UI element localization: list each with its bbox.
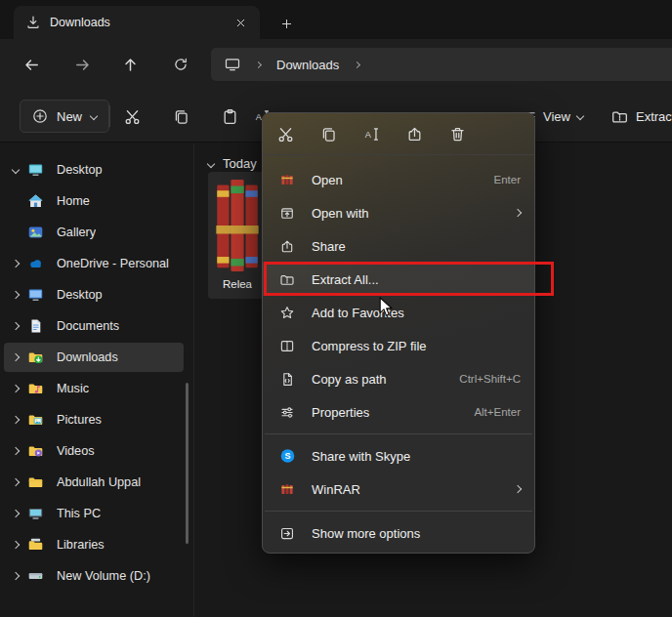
tab-close-icon[interactable] [229, 11, 252, 34]
sidebar-item-gallery[interactable]: Gallery [4, 218, 184, 247]
menu-item-label: Compress to ZIP file [312, 339, 521, 353]
sidebar-item-label: Downloads [57, 350, 118, 364]
chevron-right-icon[interactable] [4, 386, 27, 391]
cut-icon[interactable] [114, 100, 149, 133]
pictures-folder-icon [27, 412, 46, 429]
documents-icon [27, 318, 46, 335]
sidebar-item-new-volume-d[interactable]: New Volume (D:) [4, 561, 184, 591]
rename-icon[interactable]: A [362, 125, 380, 143]
extract-all-toolbar-button[interactable]: Extract all [611, 100, 672, 133]
menu-separator [265, 433, 532, 434]
zip-folder-icon [278, 338, 296, 353]
back-icon[interactable] [14, 48, 49, 81]
gallery-icon [27, 225, 46, 241]
sidebar-item-desktop-pinned[interactable]: Desktop [4, 155, 184, 185]
share-icon [278, 238, 296, 254]
sidebar-item-documents[interactable]: Documents [4, 311, 184, 341]
sidebar-item-label: Home [57, 194, 90, 208]
menu-item-open[interactable]: Open Enter [263, 163, 534, 196]
menu-item-label: Share with Skype [312, 449, 521, 464]
chevron-right-icon[interactable] [4, 573, 27, 579]
sidebar-item-onedrive[interactable]: OneDrive - Personal [4, 249, 184, 278]
menu-item-shortcut: Alt+Enter [474, 406, 521, 418]
show-more-icon [278, 525, 296, 541]
refresh-icon[interactable] [163, 48, 198, 81]
up-icon[interactable] [112, 48, 147, 81]
svg-text:S: S [284, 451, 290, 461]
menu-item-show-more-options[interactable]: Show more options [263, 516, 534, 550]
onedrive-cloud-icon [27, 256, 46, 272]
sidebar-item-label: Music [57, 382, 89, 395]
menu-item-label: Open [312, 173, 479, 187]
chevron-right-icon[interactable] [4, 417, 27, 423]
file-explorer-window: Downloads Downloads [0, 0, 672, 617]
copy-icon[interactable] [163, 100, 198, 133]
breadcrumb-location[interactable]: Downloads [276, 58, 339, 72]
chevron-right-icon[interactable] [4, 511, 27, 516]
explorer-tab-downloads[interactable]: Downloads [14, 6, 260, 39]
sidebar-item-label: Abdullah Uppal [57, 475, 141, 489]
file-item-winrar-archive[interactable]: Relea [208, 172, 267, 299]
this-pc-icon [225, 57, 240, 72]
extract-folder-icon [611, 108, 628, 125]
menu-item-share[interactable]: Share [263, 229, 534, 263]
home-icon [27, 193, 46, 210]
menu-item-open-with[interactable]: Open with [263, 196, 534, 229]
annotation-highlight-extract-all [264, 262, 554, 296]
paste-icon[interactable] [212, 100, 247, 133]
download-icon [25, 15, 41, 30]
submenu-chevron-icon [514, 485, 522, 493]
chevron-right-icon[interactable] [4, 479, 27, 485]
sidebar-item-label: Documents [57, 319, 119, 333]
chevron-right-icon[interactable] [4, 354, 27, 360]
menu-item-copy-as-path[interactable]: Copy as path Ctrl+Shift+C [263, 362, 534, 395]
chevron-down-icon[interactable] [207, 159, 215, 167]
cut-icon[interactable] [276, 125, 294, 143]
chevron-right-icon[interactable] [4, 448, 27, 454]
submenu-chevron-icon [514, 209, 522, 217]
sidebar-item-downloads[interactable]: Downloads [4, 343, 184, 372]
menu-item-share-with-skype[interactable]: S Share with Skype [263, 439, 534, 473]
menu-item-label: Share [312, 239, 521, 254]
new-button[interactable]: New [20, 100, 109, 133]
sidebar-item-desktop[interactable]: Desktop [4, 280, 184, 309]
address-bar[interactable]: Downloads [211, 48, 672, 81]
menu-item-label: Open with [312, 206, 499, 221]
sidebar-item-libraries[interactable]: Libraries [4, 530, 184, 559]
drive-icon [27, 568, 46, 585]
properties-icon [278, 404, 296, 420]
chevron-right-icon[interactable] [4, 323, 27, 329]
menu-item-shortcut: Enter [494, 174, 522, 185]
sidebar-item-user-folder[interactable]: Abdullah Uppal [4, 468, 184, 497]
sidebar-item-label: Desktop [57, 163, 103, 177]
navigation-bar: Downloads [0, 39, 672, 90]
sidebar-scrollbar[interactable] [186, 383, 189, 544]
menu-item-winrar[interactable]: WinRAR [263, 473, 534, 506]
breadcrumb-chevron-icon[interactable] [354, 61, 360, 67]
svg-text:A: A [364, 130, 371, 140]
winrar-file-icon [215, 178, 260, 273]
chevron-right-icon[interactable] [4, 542, 27, 548]
menu-item-add-to-favorites[interactable]: Add to Favorites [263, 296, 534, 329]
folder-icon [27, 474, 46, 491]
share-icon[interactable] [405, 125, 423, 143]
copy-icon[interactable] [319, 125, 337, 143]
sidebar-item-pictures[interactable]: Pictures [4, 405, 184, 434]
music-folder-icon [27, 381, 46, 397]
chevron-right-icon[interactable] [4, 261, 27, 267]
sidebar-item-label: Gallery [57, 226, 96, 239]
menu-item-compress-zip[interactable]: Compress to ZIP file [263, 329, 534, 362]
forward-icon[interactable] [64, 48, 100, 81]
sidebar-item-home[interactable]: Home [4, 186, 184, 216]
chevron-right-icon[interactable] [4, 292, 27, 298]
sidebar-item-music[interactable]: Music [4, 374, 184, 403]
delete-icon[interactable] [448, 125, 466, 143]
sidebar-item-videos[interactable]: Videos [4, 436, 184, 466]
star-icon [278, 305, 296, 320]
menu-item-label: Add to Favorites [312, 306, 521, 320]
chevron-down-icon[interactable] [4, 167, 27, 173]
new-tab-icon[interactable] [273, 11, 299, 36]
videos-folder-icon [27, 443, 46, 460]
sidebar-item-this-pc[interactable]: This PC [4, 499, 184, 528]
menu-item-properties[interactable]: Properties Alt+Enter [263, 395, 534, 429]
